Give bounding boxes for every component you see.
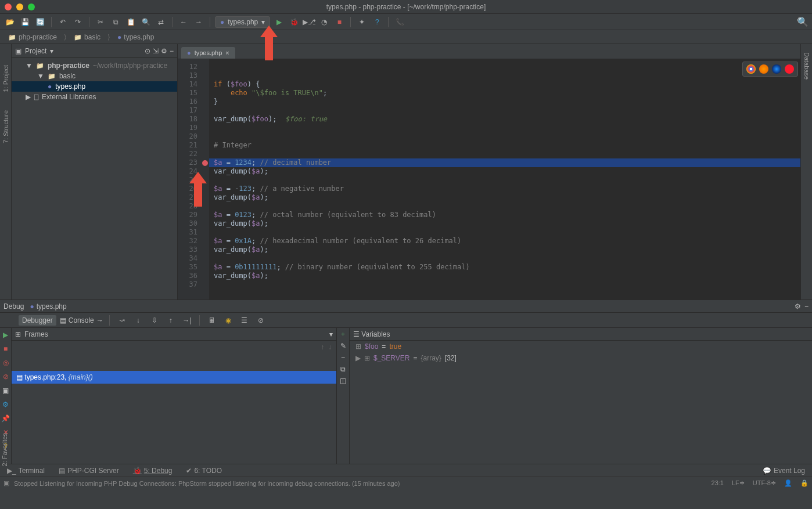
resume-icon[interactable]: ▶ (1, 330, 10, 340)
cursor-position[interactable]: 23:1 (712, 479, 724, 487)
chrome-icon[interactable] (746, 64, 756, 74)
firefox-icon[interactable] (759, 64, 768, 74)
add-watch-icon[interactable]: + (341, 330, 345, 338)
tree-folder-basic[interactable]: ▼ basic (12, 71, 177, 81)
hide-icon[interactable]: − (804, 302, 809, 311)
view-breakpoints-icon[interactable]: ◎ (1, 358, 10, 367)
open-icon[interactable]: 📂 (3, 16, 16, 28)
search-everywhere-icon[interactable]: 🔍 (797, 16, 809, 27)
mute-icon[interactable]: ⊘ (254, 314, 267, 327)
left-tool-tabs: 1: Project 7: Structure (0, 44, 12, 299)
tree-root[interactable]: ▼ php-practice ~/work/tmp/php-practice (12, 60, 177, 71)
toggle-icon[interactable]: ◫ (340, 377, 346, 385)
php-icon (48, 82, 52, 91)
sync-icon[interactable]: 🔄 (34, 16, 46, 28)
new-watch-icon[interactable]: ✎ (340, 342, 346, 350)
editor-tab-types[interactable]: types.php × (181, 47, 235, 59)
watch-icon[interactable]: ◉ (222, 314, 235, 327)
frame-down-icon[interactable]: ↓ (328, 343, 332, 352)
hide-icon[interactable]: − (170, 47, 174, 55)
run-to-cursor-icon[interactable]: →| (181, 314, 193, 327)
breadcrumb-file[interactable]: types.php (114, 32, 157, 42)
frame-item[interactable]: ▤ types.php:23, {main}() (12, 371, 336, 384)
close-icon[interactable]: × (225, 49, 229, 56)
line-separator[interactable]: LF≑ (732, 479, 745, 487)
forward-icon[interactable]: → (192, 16, 205, 28)
listen-debug-icon[interactable]: 📞 (393, 16, 406, 28)
code-editor[interactable]: 1213141516171819202122232425262728293031… (178, 59, 812, 299)
safari-icon[interactable] (772, 64, 781, 74)
debug-session-tab[interactable]: types.php (26, 301, 70, 312)
frame-file-icon: ▤ (16, 373, 23, 381)
pin-icon[interactable]: 📌 (1, 414, 10, 423)
code-text[interactable]: if ($foo) { echo "\$foo is TRUE\n";} var… (209, 59, 812, 299)
help-icon[interactable]: ? (371, 16, 383, 28)
sort-icon[interactable]: ☰ (238, 314, 251, 327)
stop-icon[interactable]: ■ (1, 344, 10, 353)
left-lower-tabs: 2: Favorites (0, 429, 12, 470)
editor-area: types.php × 1213141516171819202122232425… (178, 44, 812, 299)
tab-console[interactable]: ▤Console→ (60, 316, 103, 324)
php-icon (30, 302, 34, 311)
coverage-icon[interactable]: ▶⎇ (303, 16, 315, 28)
variable-row[interactable]: ▶ ⊞ $_SERVER = {array} [32] (350, 352, 812, 364)
variable-row[interactable]: ⊞ $foo = true (350, 341, 812, 352)
step-over-icon[interactable]: ⤻ (116, 314, 128, 327)
tab-debugger[interactable]: Debugger (19, 315, 56, 326)
gear-icon[interactable]: ⚙ (161, 47, 167, 55)
settings-icon[interactable]: ✦ (355, 16, 368, 28)
mute-breakpoints-icon[interactable]: ⊘ (1, 372, 10, 381)
library-icon: ⎕ (34, 93, 38, 101)
cut-icon[interactable]: ✂ (94, 16, 107, 28)
breadcrumb-folder[interactable]: basic (70, 32, 104, 42)
find-icon[interactable]: 🔍 (139, 16, 152, 28)
redo-icon[interactable]: ↷ (71, 16, 84, 28)
variables-icon: ☰ (353, 330, 360, 338)
variables-panel: + ✎ − ⧉ ◫ ☰ Variables ⊞ $foo = true▶ ⊞ $… (337, 328, 812, 464)
opera-icon[interactable] (785, 64, 794, 74)
copy-icon[interactable]: ⧉ (109, 16, 122, 28)
collapse-all-icon[interactable]: ⇲ (153, 47, 159, 55)
lock-icon[interactable]: 🔒 (800, 479, 809, 487)
todo-icon: ✔ (186, 467, 192, 475)
tab-project[interactable]: 1: Project (1, 62, 10, 95)
svg-marker-1 (189, 172, 207, 207)
settings-icon[interactable]: ⚙ (1, 400, 10, 409)
back-icon[interactable]: ← (177, 16, 190, 28)
undo-icon[interactable]: ↶ (56, 16, 69, 28)
restore-layout-icon[interactable]: ▣ (1, 386, 10, 395)
tab-favorites[interactable]: 2: Favorites (0, 429, 9, 470)
tree-external-libraries[interactable]: ▶ ⎕ External Libraries (12, 92, 177, 102)
gear-icon[interactable]: ⚙ (795, 302, 801, 311)
tab-database[interactable]: Database (802, 49, 811, 83)
status-icon: ▣ (3, 479, 9, 487)
evaluate-icon[interactable]: 🖩 (206, 314, 218, 327)
profile-icon[interactable]: ◔ (318, 16, 330, 28)
php-icon (187, 49, 191, 56)
inspection-icon[interactable]: 👤 (784, 479, 792, 487)
debug-icon[interactable]: 🐞 (288, 16, 300, 28)
dropdown-icon[interactable]: ▾ (329, 330, 333, 338)
frame-up-icon[interactable]: ↑ (321, 343, 324, 352)
copy-icon[interactable]: ⧉ (340, 365, 346, 373)
save-all-icon[interactable]: 💾 (19, 16, 31, 28)
remove-watch-icon[interactable]: − (341, 353, 345, 362)
replace-icon[interactable]: ⇄ (155, 16, 167, 28)
tab-eventlog[interactable]: 💬Event Log (759, 465, 809, 476)
dropdown-icon[interactable]: ▾ (50, 47, 53, 55)
force-step-into-icon[interactable]: ⇩ (148, 314, 161, 327)
project-panel-title: Project (25, 47, 46, 55)
step-into-icon[interactable]: ↓ (132, 314, 145, 327)
tab-debug[interactable]: 🐞5: Debug (130, 465, 176, 476)
tab-structure[interactable]: 7: Structure (1, 107, 10, 147)
tree-file-types[interactable]: types.php (12, 81, 177, 92)
file-encoding[interactable]: UTF-8≑ (753, 479, 776, 487)
breadcrumb-root[interactable]: php-practice (5, 32, 60, 42)
scroll-to-icon[interactable]: ⊙ (145, 47, 150, 55)
tab-phpcgi[interactable]: ▤PHP-CGI Server (55, 465, 123, 476)
stop-icon[interactable]: ■ (333, 16, 346, 28)
step-out-icon[interactable]: ↑ (164, 314, 177, 327)
paste-icon[interactable]: 📋 (124, 16, 137, 28)
tab-todo[interactable]: ✔6: TODO (182, 465, 225, 476)
debug-panel: Debug types.php ⚙ − Debugger ▤Console→ ⤻… (0, 299, 812, 464)
